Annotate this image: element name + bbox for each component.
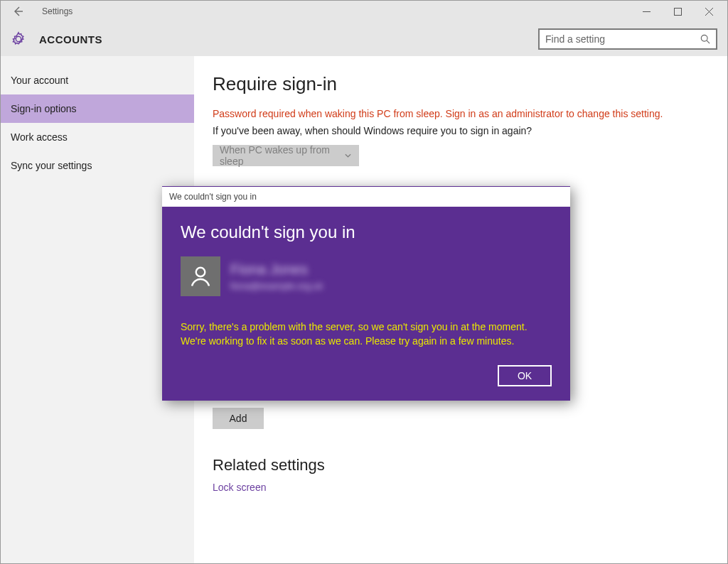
require-dropdown: When PC wakes up from sleep (213, 145, 359, 166)
search-icon (700, 34, 710, 44)
related-settings-heading: Related settings (213, 456, 709, 474)
titlebar: Settings (1, 1, 727, 22)
arrow-left-icon (12, 6, 23, 17)
maximize-icon (674, 8, 682, 16)
sidebar-item-label: Your account (11, 75, 68, 86)
sidebar-item-work-access[interactable]: Work access (1, 123, 194, 151)
user-email: fiona@example.org.uk (230, 281, 323, 291)
gear-icon (11, 31, 26, 47)
person-icon (188, 264, 213, 289)
search-placeholder: Find a setting (545, 33, 700, 45)
header: ACCOUNTS Find a setting (1, 22, 727, 56)
ok-button[interactable]: OK (498, 365, 552, 386)
sidebar-item-your-account[interactable]: Your account (1, 66, 194, 94)
search-input[interactable]: Find a setting (538, 28, 717, 50)
svg-point-2 (196, 268, 205, 277)
sidebar-item-signin-options[interactable]: Sign-in options (1, 94, 194, 123)
settings-window: Settings ACCOUNTS Find a setting Your ac… (0, 0, 728, 564)
signin-error-dialog: We couldn't sign you in We couldn't sign… (162, 186, 570, 401)
window-title: Settings (42, 6, 73, 16)
minimize-icon (643, 8, 651, 16)
user-info: Fiona Jones fiona@example.org.uk (230, 261, 323, 291)
body: Your account Sign-in options Work access… (1, 56, 727, 563)
ok-button-label: OK (518, 370, 532, 381)
add-button[interactable]: Add (213, 408, 264, 429)
sidebar-item-label: Sync your settings (11, 160, 92, 171)
require-desc: If you've been away, when should Windows… (213, 125, 709, 136)
require-warning: Password required when waking this PC fr… (213, 108, 709, 119)
sidebar-item-label: Work access (11, 131, 68, 143)
avatar (181, 256, 220, 296)
sidebar-item-sync-settings[interactable]: Sync your settings (1, 151, 194, 180)
dialog-body: We couldn't sign you in Fiona Jones fion… (162, 207, 570, 401)
close-icon (705, 8, 713, 16)
require-signin-heading: Require sign-in (213, 73, 709, 95)
close-button[interactable] (693, 1, 724, 21)
dialog-actions: OK (181, 365, 552, 386)
minimize-button[interactable] (631, 1, 662, 21)
svg-point-1 (701, 35, 707, 41)
dialog-title: We couldn't sign you in (162, 187, 570, 207)
dropdown-value: When PC wakes up from sleep (220, 144, 344, 167)
section-title: ACCOUNTS (39, 33, 102, 45)
error-message: Sorry, there's a problem with the server… (181, 320, 550, 348)
sidebar-item-label: Sign-in options (11, 103, 77, 114)
lock-screen-link[interactable]: Lock screen (213, 482, 709, 493)
user-row: Fiona Jones fiona@example.org.uk (181, 256, 552, 296)
maximize-button[interactable] (662, 1, 693, 21)
add-button-label: Add (230, 413, 247, 424)
user-name: Fiona Jones (230, 261, 323, 278)
dialog-heading: We couldn't sign you in (181, 222, 552, 242)
svg-rect-0 (674, 8, 681, 15)
back-button[interactable] (9, 6, 26, 17)
chevron-down-icon (344, 151, 352, 160)
